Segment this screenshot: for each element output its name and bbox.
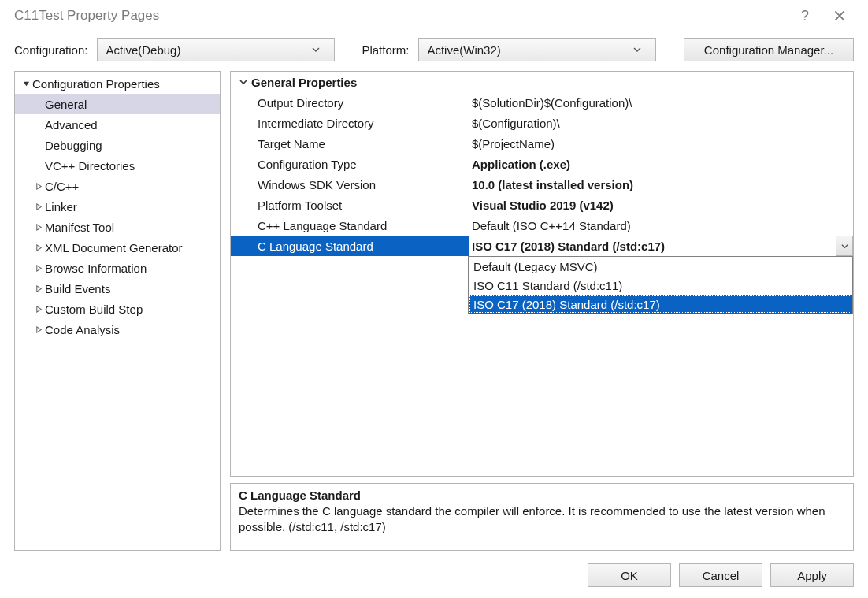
configuration-label: Configuration: xyxy=(14,43,87,57)
configuration-combo[interactable]: Active(Debug) xyxy=(97,38,335,61)
property-name: Platform Toolset xyxy=(231,195,469,215)
ok-button[interactable]: OK xyxy=(588,563,671,587)
dropdown-option[interactable]: ISO C17 (2018) Standard (/std:c17) xyxy=(469,295,852,314)
property-row[interactable]: Intermediate Directory$(Configuration)\ xyxy=(231,113,853,133)
tree-item-label: Build Events xyxy=(45,282,110,295)
cancel-button[interactable]: Cancel xyxy=(679,563,762,587)
property-name: Windows SDK Version xyxy=(231,174,469,195)
titlebar: C11Test Property Pages ? xyxy=(0,0,868,32)
property-value[interactable]: Default (ISO C++14 Standard) xyxy=(469,215,853,236)
tree-item-label: Debugging xyxy=(45,139,102,152)
platform-combo[interactable]: Active(Win32) xyxy=(418,38,656,61)
configuration-value: Active(Debug) xyxy=(106,43,312,57)
triangle-right-icon xyxy=(32,224,45,231)
triangle-right-icon xyxy=(32,183,45,190)
triangle-right-icon xyxy=(32,285,45,292)
tree-item-label: General xyxy=(45,98,87,111)
tree-item-label: Custom Build Step xyxy=(45,303,143,316)
property-value[interactable]: $(ProjectName) xyxy=(469,133,853,154)
help-pane: C Language Standard Determines the C lan… xyxy=(230,483,854,551)
tree-root-label: Configuration Properties xyxy=(32,77,160,91)
tree-item[interactable]: VC++ Directories xyxy=(15,155,220,176)
property-row[interactable]: C++ Language StandardDefault (ISO C++14 … xyxy=(231,215,853,236)
tree-pane[interactable]: Configuration Properties GeneralAdvanced… xyxy=(14,71,221,551)
property-value[interactable]: Application (.exe) xyxy=(469,154,853,174)
tree-item-label: Code Analysis xyxy=(45,323,120,336)
property-name: Output Directory xyxy=(231,92,469,113)
property-name: C Language Standard xyxy=(231,236,469,256)
property-row[interactable]: C Language StandardISO C17 (2018) Standa… xyxy=(231,236,853,256)
property-row[interactable]: Platform ToolsetVisual Studio 2019 (v142… xyxy=(231,195,853,215)
chevron-down-icon xyxy=(312,46,328,54)
tree-item-label: VC++ Directories xyxy=(45,159,135,173)
property-row[interactable]: Configuration TypeApplication (.exe) xyxy=(231,154,853,174)
close-icon[interactable] xyxy=(822,10,857,21)
body: Configuration Properties GeneralAdvanced… xyxy=(0,68,868,559)
property-value[interactable]: 10.0 (latest installed version) xyxy=(469,174,853,195)
dropdown-option[interactable]: ISO C11 Standard (/std:c11) xyxy=(469,276,852,295)
help-title: C Language Standard xyxy=(239,488,845,502)
tree-item[interactable]: Advanced xyxy=(15,114,220,135)
triangle-right-icon xyxy=(32,244,45,251)
property-pages-window: C11Test Property Pages ? Configuration: … xyxy=(0,0,868,598)
right-column: General Properties Output Directory$(Sol… xyxy=(230,71,854,551)
platform-value: Active(Win32) xyxy=(427,43,633,57)
tree-item-label: Browse Information xyxy=(45,262,147,275)
property-name: Target Name xyxy=(231,133,469,154)
tree-item-label: C/C++ xyxy=(45,180,79,193)
tree-root[interactable]: Configuration Properties xyxy=(15,73,220,94)
tree-item[interactable]: Build Events xyxy=(15,278,220,299)
group-title: General Properties xyxy=(251,76,357,89)
apply-button[interactable]: Apply xyxy=(770,563,854,587)
tree-item[interactable]: Code Analysis xyxy=(15,319,220,340)
group-header[interactable]: General Properties xyxy=(231,72,853,92)
window-title: C11Test Property Pages xyxy=(14,8,159,24)
help-body: Determines the C language standard the c… xyxy=(239,503,845,536)
tree-item-label: Manifest Tool xyxy=(45,221,114,234)
tree-item[interactable]: XML Document Generator xyxy=(15,237,220,258)
chevron-down-icon xyxy=(236,78,251,86)
property-row[interactable]: Output Directory$(SolutionDir)$(Configur… xyxy=(231,92,853,113)
property-grid[interactable]: General Properties Output Directory$(Sol… xyxy=(230,71,854,477)
property-name: Intermediate Directory xyxy=(231,113,469,133)
c-language-standard-dropdown[interactable]: Default (Legacy MSVC)ISO C11 Standard (/… xyxy=(468,256,853,314)
footer: OK Cancel Apply xyxy=(0,559,868,598)
property-value[interactable]: $(Configuration)\ xyxy=(469,113,853,133)
property-name: C++ Language Standard xyxy=(231,215,469,236)
tree-item[interactable]: C/C++ xyxy=(15,176,220,196)
tree-item[interactable]: Linker xyxy=(15,196,220,217)
tree-item-label: XML Document Generator xyxy=(45,241,183,254)
triangle-right-icon xyxy=(32,306,45,313)
help-icon[interactable]: ? xyxy=(788,8,822,24)
property-value[interactable]: Visual Studio 2019 (v142) xyxy=(469,195,853,215)
dropdown-button[interactable] xyxy=(836,236,853,256)
tree-item[interactable]: General xyxy=(15,94,220,114)
configuration-manager-button[interactable]: Configuration Manager... xyxy=(684,38,854,61)
triangle-right-icon xyxy=(32,203,45,210)
chevron-down-icon xyxy=(633,46,649,54)
tree-item[interactable]: Browse Information xyxy=(15,258,220,278)
tree-item[interactable]: Manifest Tool xyxy=(15,217,220,237)
triangle-right-icon xyxy=(32,265,45,272)
triangle-right-icon xyxy=(32,326,45,333)
tree-item[interactable]: Debugging xyxy=(15,135,220,155)
tree-item-label: Advanced xyxy=(45,118,98,132)
property-value[interactable]: $(SolutionDir)$(Configuration)\ xyxy=(469,92,853,113)
property-name: Configuration Type xyxy=(231,154,469,174)
property-row[interactable]: Windows SDK Version10.0 (latest installe… xyxy=(231,174,853,195)
property-value[interactable]: ISO C17 (2018) Standard (/std:c17) xyxy=(469,236,853,256)
dropdown-option[interactable]: Default (Legacy MSVC) xyxy=(469,257,852,276)
triangle-down-icon xyxy=(20,80,32,87)
property-row[interactable]: Target Name$(ProjectName) xyxy=(231,133,853,154)
platform-label: Platform: xyxy=(362,43,409,57)
tree-item[interactable]: Custom Build Step xyxy=(15,299,220,319)
tree-item-label: Linker xyxy=(45,200,77,214)
toolbar: Configuration: Active(Debug) Platform: A… xyxy=(0,32,868,68)
